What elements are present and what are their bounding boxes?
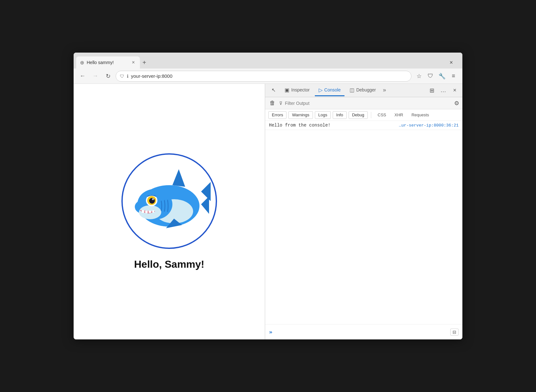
picker-icon: ↖ <box>272 87 276 93</box>
address-bar[interactable]: 🛡 ℹ your-server-ip:8000 <box>116 71 411 82</box>
svg-rect-10 <box>142 210 144 213</box>
filter-css-button[interactable]: CSS <box>374 111 389 119</box>
filter-errors-button[interactable]: Errors <box>268 111 286 119</box>
log-entry: Hello from the console! …ur-server-ip:80… <box>265 121 462 130</box>
back-icon: ← <box>80 73 85 79</box>
console-tab-label: Console <box>324 87 341 92</box>
tab-close-button[interactable]: × <box>131 59 136 66</box>
css-label: CSS <box>378 113 386 117</box>
devtools-tab-more[interactable]: » <box>381 85 388 96</box>
log-source[interactable]: …ur-server-ip:8000:36:21 <box>399 123 459 128</box>
trash-icon: 🗑 <box>270 100 275 106</box>
inspector-icon: ▣ <box>285 87 289 93</box>
console-input-area: » ⊟ <box>265 324 462 339</box>
filter-xhr-button[interactable]: XHR <box>391 111 406 119</box>
devtools-close-button[interactable]: × <box>450 85 460 96</box>
info-label: Info <box>336 113 343 117</box>
shield-icon: 🛡 <box>120 74 124 79</box>
filter-logs-button[interactable]: Logs <box>315 111 331 119</box>
filter-info-button[interactable]: Info <box>333 111 347 119</box>
filter-divider <box>371 112 371 118</box>
info-icon: ℹ <box>127 74 128 79</box>
filter-bar: Errors Warnings Logs Info Debug CSS <box>265 109 462 121</box>
new-tab-button[interactable]: + <box>140 56 149 69</box>
forward-icon: → <box>92 73 98 79</box>
debugger-tab-label: Debugger <box>356 87 376 92</box>
shark-image-container <box>121 153 217 249</box>
guard-button[interactable]: 🛡 <box>425 71 436 81</box>
svg-marker-4 <box>172 169 185 187</box>
more-tabs-icon: » <box>383 87 386 93</box>
window-controls: × <box>443 56 460 69</box>
devtools-tab-console[interactable]: ▷ Console <box>315 85 344 96</box>
warnings-label: Warnings <box>292 113 309 117</box>
log-text: Hello from the console! <box>269 123 330 128</box>
console-output: Hello from the console! …ur-server-ip:80… <box>265 121 462 324</box>
devtools-tab-debugger[interactable]: ◫ Debugger <box>346 85 380 96</box>
svg-rect-13 <box>152 210 154 213</box>
devtools-toolbar: ↖ ▣ Inspector ▷ Console ◫ Debugger » <box>265 84 462 97</box>
star-icon: ☆ <box>416 73 422 80</box>
nav-actions: ☆ 🛡 🔧 ≡ <box>414 71 459 81</box>
inspector-tab-label: Inspector <box>291 87 310 92</box>
window-close-button[interactable]: × <box>446 58 456 67</box>
svg-rect-12 <box>149 211 151 213</box>
content-area: Hello, Sammy! ↖ ▣ Inspector ▷ Console ◫ <box>74 84 462 339</box>
nav-bar: ← → ↻ 🛡 ℹ your-server-ip:8000 ☆ 🛡 🔧 ≡ <box>74 69 462 84</box>
svg-point-16 <box>149 198 155 204</box>
filter-debug-button[interactable]: Debug <box>349 111 368 119</box>
xhr-label: XHR <box>395 113 403 117</box>
tools-icon: 🔧 <box>438 73 445 80</box>
guard-icon: 🛡 <box>428 73 433 79</box>
svg-marker-2 <box>201 182 211 201</box>
console-toolbar: 🗑 ⊽ ⚙ <box>265 97 462 109</box>
console-icon: ▷ <box>319 87 322 93</box>
forward-button[interactable]: → <box>90 71 100 81</box>
refresh-icon: ↻ <box>106 73 111 80</box>
filter-funnel-icon: ⊽ <box>279 101 282 106</box>
requests-label: Requests <box>411 113 429 117</box>
tab-title: Hello sammy! <box>87 60 128 65</box>
devtools-tab-picker[interactable]: ↖ <box>268 85 279 96</box>
refresh-button[interactable]: ↻ <box>103 71 113 81</box>
clear-console-button[interactable]: 🗑 <box>268 98 277 108</box>
svg-point-17 <box>152 198 154 200</box>
console-settings-button[interactable]: ⚙ <box>454 100 459 107</box>
debugger-icon: ◫ <box>350 87 354 93</box>
menu-icon: ≡ <box>452 73 455 79</box>
console-expand-button[interactable]: ⊟ <box>450 329 459 336</box>
svg-rect-11 <box>145 211 148 213</box>
debug-label: Debug <box>352 113 364 117</box>
tab-bar: ⊕ Hello sammy! × + × <box>74 53 462 69</box>
webpage: Hello, Sammy! <box>74 84 265 339</box>
svg-marker-3 <box>201 196 209 214</box>
page-heading: Hello, Sammy! <box>134 258 205 270</box>
devtools-tab-inspector[interactable]: ▣ Inspector <box>281 85 314 96</box>
filter-warnings-button[interactable]: Warnings <box>288 111 313 119</box>
filter-input[interactable] <box>285 99 452 107</box>
bookmark-button[interactable]: ☆ <box>414 71 424 81</box>
console-input[interactable] <box>275 330 448 335</box>
tab-favicon: ⊕ <box>80 60 84 66</box>
tools-button[interactable]: 🔧 <box>437 71 447 81</box>
filter-requests-button[interactable]: Requests <box>408 111 432 119</box>
address-text: your-server-ip:8000 <box>131 73 407 79</box>
back-button[interactable]: ← <box>77 71 88 81</box>
menu-button[interactable]: ≡ <box>448 71 459 81</box>
browser-window: ⊕ Hello sammy! × + × ← → ↻ 🛡 ℹ your-serv… <box>74 53 462 339</box>
devtools-panel: ↖ ▣ Inspector ▷ Console ◫ Debugger » <box>265 84 462 339</box>
shark-illustration <box>128 160 211 243</box>
devtools-actions: ⊞ … × <box>427 85 460 96</box>
errors-label: Errors <box>272 113 283 117</box>
console-prompt: » <box>269 329 272 335</box>
devtools-split-button[interactable]: ⊞ <box>427 85 437 96</box>
logs-label: Logs <box>318 113 327 117</box>
devtools-more-button[interactable]: … <box>438 85 448 96</box>
active-tab[interactable]: ⊕ Hello sammy! × <box>76 56 140 69</box>
